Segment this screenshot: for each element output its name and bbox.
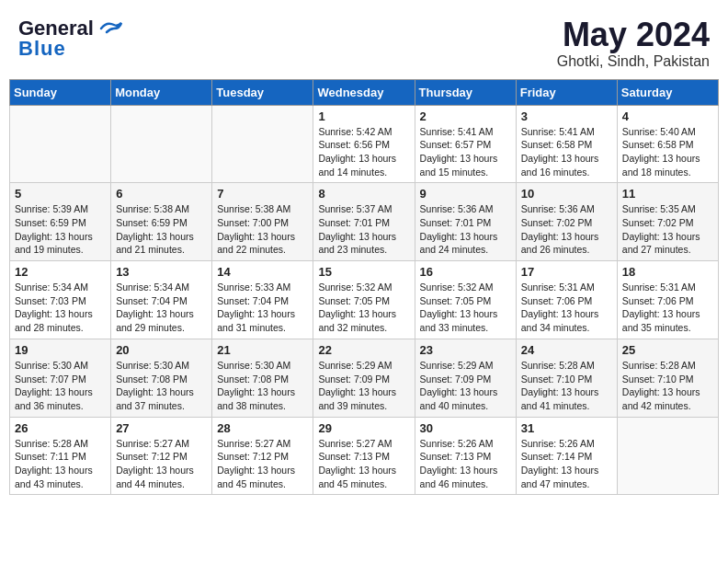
cell-sun-info: Sunrise: 5:27 AMSunset: 7:12 PMDaylight:… [217,437,308,491]
cell-sun-info: Sunrise: 5:41 AMSunset: 6:57 PMDaylight:… [420,125,511,179]
calendar-week-4: 19Sunrise: 5:30 AMSunset: 7:07 PMDayligh… [10,339,719,417]
day-number: 15 [318,265,409,279]
calendar-day-17: 17Sunrise: 5:31 AMSunset: 7:06 PMDayligh… [516,261,617,339]
cell-sun-info: Sunrise: 5:32 AMSunset: 7:05 PMDaylight:… [318,281,409,335]
cell-sun-info: Sunrise: 5:26 AMSunset: 7:13 PMDaylight:… [420,437,511,491]
calendar-day-2: 2Sunrise: 5:41 AMSunset: 6:57 PMDaylight… [415,105,516,183]
cell-sun-info: Sunrise: 5:33 AMSunset: 7:04 PMDaylight:… [217,281,308,335]
cell-sun-info: Sunrise: 5:37 AMSunset: 7:01 PMDaylight:… [318,202,409,257]
weekday-header-sunday: Sunday [10,79,111,105]
cell-sun-info: Sunrise: 5:26 AMSunset: 7:14 PMDaylight:… [521,437,612,491]
cell-sun-info: Sunrise: 5:34 AMSunset: 7:04 PMDaylight:… [116,281,207,335]
day-number: 4 [622,109,713,123]
calendar-day-9: 9Sunrise: 5:36 AMSunset: 7:01 PMDaylight… [415,183,516,261]
day-number: 13 [116,265,207,279]
cell-sun-info: Sunrise: 5:29 AMSunset: 7:09 PMDaylight:… [318,359,409,413]
calendar-week-3: 12Sunrise: 5:34 AMSunset: 7:03 PMDayligh… [10,261,719,339]
day-number: 16 [420,265,511,279]
weekday-header-saturday: Saturday [617,79,718,105]
weekday-header-wednesday: Wednesday [313,79,415,105]
day-number: 11 [622,187,713,201]
cell-sun-info: Sunrise: 5:31 AMSunset: 7:06 PMDaylight:… [622,281,713,335]
cell-sun-info: Sunrise: 5:40 AMSunset: 6:58 PMDaylight:… [622,125,713,179]
calendar-day-20: 20Sunrise: 5:30 AMSunset: 7:08 PMDayligh… [111,339,212,417]
weekday-header-friday: Friday [516,79,617,105]
day-number: 1 [318,109,409,123]
cell-sun-info: Sunrise: 5:28 AMSunset: 7:10 PMDaylight:… [622,359,713,413]
cell-sun-info: Sunrise: 5:29 AMSunset: 7:09 PMDaylight:… [420,359,511,413]
calendar-day-7: 7Sunrise: 5:38 AMSunset: 7:00 PMDaylight… [212,183,313,261]
calendar-day-28: 28Sunrise: 5:27 AMSunset: 7:12 PMDayligh… [212,417,313,495]
cell-sun-info: Sunrise: 5:27 AMSunset: 7:12 PMDaylight:… [116,437,207,491]
page-header: General Blue May 2024 Ghotki, Sindh, Pak… [9,9,719,75]
calendar-day-13: 13Sunrise: 5:34 AMSunset: 7:04 PMDayligh… [111,261,212,339]
calendar-day-3: 3Sunrise: 5:41 AMSunset: 6:58 PMDaylight… [516,105,617,183]
day-number: 31 [521,421,612,435]
calendar-day-22: 22Sunrise: 5:29 AMSunset: 7:09 PMDayligh… [313,339,415,417]
calendar-empty [111,105,212,183]
calendar-week-2: 5Sunrise: 5:39 AMSunset: 6:59 PMDaylight… [10,183,719,261]
logo-blue: Blue [18,37,66,61]
weekday-header-thursday: Thursday [415,79,516,105]
calendar-table: SundayMondayTuesdayWednesdayThursdayFrid… [9,79,719,496]
cell-sun-info: Sunrise: 5:28 AMSunset: 7:11 PMDaylight:… [15,437,106,491]
logo: General Blue [18,17,123,61]
calendar-empty [10,105,111,183]
weekday-header-tuesday: Tuesday [212,79,313,105]
calendar-day-12: 12Sunrise: 5:34 AMSunset: 7:03 PMDayligh… [10,261,111,339]
calendar-day-1: 1Sunrise: 5:42 AMSunset: 6:56 PMDaylight… [313,105,415,183]
calendar-day-21: 21Sunrise: 5:30 AMSunset: 7:08 PMDayligh… [212,339,313,417]
day-number: 21 [217,343,308,357]
day-number: 6 [116,187,207,201]
calendar-empty [617,417,718,495]
cell-sun-info: Sunrise: 5:31 AMSunset: 7:06 PMDaylight:… [521,281,612,335]
cell-sun-info: Sunrise: 5:38 AMSunset: 6:59 PMDaylight:… [116,202,207,257]
day-number: 22 [318,343,409,357]
day-number: 25 [622,343,713,357]
weekday-header-monday: Monday [111,79,212,105]
day-number: 19 [15,343,106,357]
cell-sun-info: Sunrise: 5:39 AMSunset: 6:59 PMDaylight:… [15,202,106,257]
day-number: 10 [521,187,612,201]
calendar-week-5: 26Sunrise: 5:28 AMSunset: 7:11 PMDayligh… [10,417,719,495]
cell-sun-info: Sunrise: 5:34 AMSunset: 7:03 PMDaylight:… [15,281,106,335]
logo-bird-icon [97,19,123,38]
calendar-day-26: 26Sunrise: 5:28 AMSunset: 7:11 PMDayligh… [10,417,111,495]
calendar-day-25: 25Sunrise: 5:28 AMSunset: 7:10 PMDayligh… [617,339,718,417]
cell-sun-info: Sunrise: 5:36 AMSunset: 7:01 PMDaylight:… [420,202,511,257]
day-number: 14 [217,265,308,279]
cell-sun-info: Sunrise: 5:30 AMSunset: 7:08 PMDaylight:… [217,359,308,413]
calendar-day-15: 15Sunrise: 5:32 AMSunset: 7:05 PMDayligh… [313,261,415,339]
calendar-day-27: 27Sunrise: 5:27 AMSunset: 7:12 PMDayligh… [111,417,212,495]
calendar-week-1: 1Sunrise: 5:42 AMSunset: 6:56 PMDaylight… [10,105,719,183]
month-title: May 2024 [557,17,710,53]
cell-sun-info: Sunrise: 5:36 AMSunset: 7:02 PMDaylight:… [521,202,612,257]
day-number: 28 [217,421,308,435]
day-number: 2 [420,109,511,123]
cell-sun-info: Sunrise: 5:32 AMSunset: 7:05 PMDaylight:… [420,281,511,335]
calendar-day-4: 4Sunrise: 5:40 AMSunset: 6:58 PMDaylight… [617,105,718,183]
cell-sun-info: Sunrise: 5:27 AMSunset: 7:13 PMDaylight:… [318,437,409,491]
day-number: 5 [15,187,106,201]
day-number: 8 [318,187,409,201]
day-number: 27 [116,421,207,435]
calendar-day-8: 8Sunrise: 5:37 AMSunset: 7:01 PMDaylight… [313,183,415,261]
calendar-day-24: 24Sunrise: 5:28 AMSunset: 7:10 PMDayligh… [516,339,617,417]
day-number: 17 [521,265,612,279]
cell-sun-info: Sunrise: 5:35 AMSunset: 7:02 PMDaylight:… [622,202,713,257]
day-number: 24 [521,343,612,357]
location-title: Ghotki, Sindh, Pakistan [557,53,710,70]
calendar-day-23: 23Sunrise: 5:29 AMSunset: 7:09 PMDayligh… [415,339,516,417]
cell-sun-info: Sunrise: 5:41 AMSunset: 6:58 PMDaylight:… [521,125,612,179]
cell-sun-info: Sunrise: 5:28 AMSunset: 7:10 PMDaylight:… [521,359,612,413]
calendar-empty [212,105,313,183]
calendar-day-31: 31Sunrise: 5:26 AMSunset: 7:14 PMDayligh… [516,417,617,495]
calendar-day-11: 11Sunrise: 5:35 AMSunset: 7:02 PMDayligh… [617,183,718,261]
calendar-day-5: 5Sunrise: 5:39 AMSunset: 6:59 PMDaylight… [10,183,111,261]
day-number: 9 [420,187,511,201]
day-number: 30 [420,421,511,435]
day-number: 26 [15,421,106,435]
title-area: May 2024 Ghotki, Sindh, Pakistan [557,17,710,70]
day-number: 7 [217,187,308,201]
calendar-day-10: 10Sunrise: 5:36 AMSunset: 7:02 PMDayligh… [516,183,617,261]
